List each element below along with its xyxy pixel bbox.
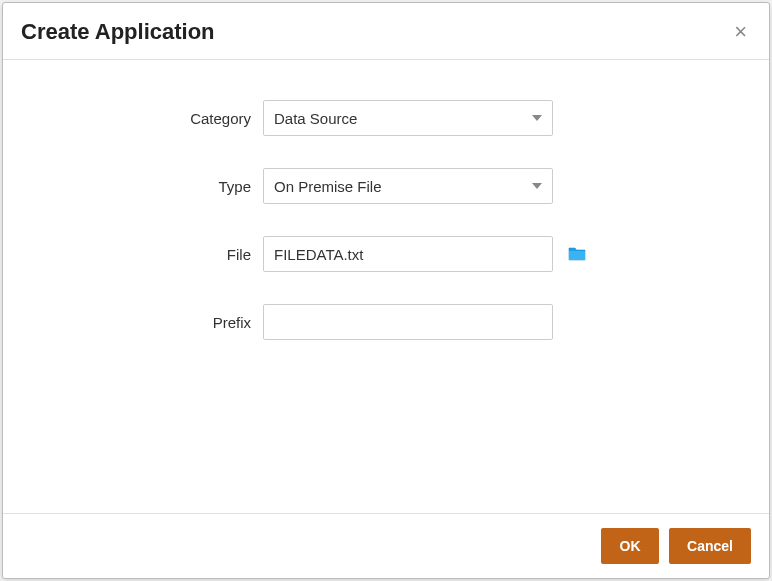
type-value: On Premise File bbox=[274, 178, 532, 195]
category-label: Category bbox=[43, 110, 263, 127]
category-select[interactable]: Data Source bbox=[263, 100, 553, 136]
dialog-header: Create Application × bbox=[3, 3, 769, 60]
type-row: Type On Premise File bbox=[43, 168, 729, 204]
prefix-input[interactable] bbox=[263, 304, 553, 340]
folder-icon[interactable] bbox=[567, 246, 587, 262]
file-label: File bbox=[43, 246, 263, 263]
create-application-dialog: Create Application × Category Data Sourc… bbox=[2, 2, 770, 579]
file-row: File bbox=[43, 236, 729, 272]
chevron-down-icon bbox=[532, 115, 542, 121]
ok-button[interactable]: OK bbox=[601, 528, 659, 564]
cancel-button[interactable]: Cancel bbox=[669, 528, 751, 564]
file-input[interactable] bbox=[263, 236, 553, 272]
dialog-footer: OK Cancel bbox=[3, 513, 769, 578]
prefix-row: Prefix bbox=[43, 304, 729, 340]
category-value: Data Source bbox=[274, 110, 532, 127]
chevron-down-icon bbox=[532, 183, 542, 189]
dialog-title: Create Application bbox=[21, 19, 215, 45]
category-row: Category Data Source bbox=[43, 100, 729, 136]
close-icon[interactable]: × bbox=[730, 19, 751, 45]
prefix-label: Prefix bbox=[43, 314, 263, 331]
type-select[interactable]: On Premise File bbox=[263, 168, 553, 204]
dialog-body: Category Data Source Type On Premise Fil… bbox=[3, 60, 769, 513]
type-label: Type bbox=[43, 178, 263, 195]
